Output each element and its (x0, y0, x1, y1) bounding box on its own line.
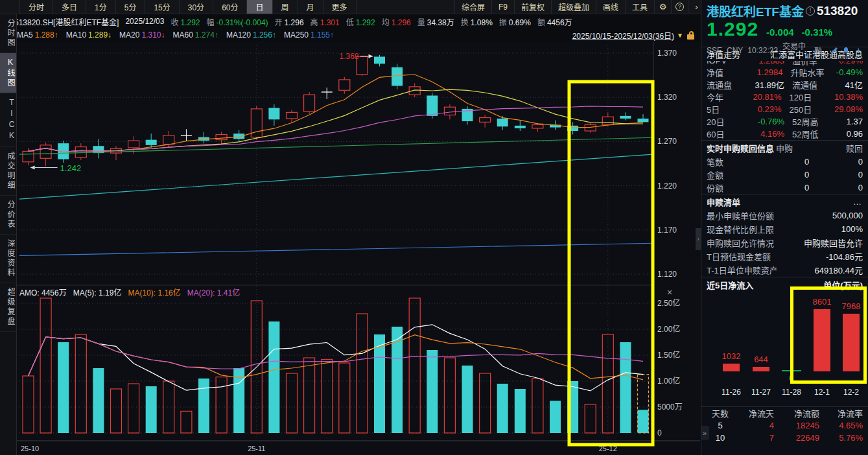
exchange-label: SSE (707, 46, 722, 55)
inflow-date-11-26: 11-26 (715, 388, 747, 397)
field-高: 高1.301 (311, 18, 340, 27)
field-收: 收1.292 (170, 18, 200, 27)
period-tab-8[interactable]: 周 (273, 0, 298, 14)
caret-down-icon[interactable]: ▼ (677, 32, 683, 39)
amo-ma5: MA(5): 1.19亿 (73, 286, 122, 298)
realtime-row-2: 份额00 (701, 181, 868, 194)
svg-text:1.50亿: 1.50亿 (657, 350, 680, 360)
currency-label: CNY (727, 46, 743, 55)
stat-row-2: 今年20.81% 120日10.38% (701, 91, 868, 103)
tool-3[interactable]: 超级叠加 (551, 0, 596, 14)
quote-side-panel: 港股红利ETF基金 ! 513820 1.292 -0.004 -0.31% S… (701, 0, 868, 455)
iopv-row-clipped: IOPV1.2883 溢价率0.29% (701, 61, 868, 66)
ma-MA20: MA201.310↓ (119, 30, 165, 40)
field-量: 量34.38万 (417, 18, 454, 27)
svg-text:1.220: 1.220 (657, 181, 677, 191)
ma-MA5: MA51.288↑ (17, 30, 58, 40)
redeem-row-2: 申购赎回允许情况申购赎回皆允许 (701, 236, 868, 250)
sidebar-item-3[interactable]: 成交明细 (0, 147, 16, 196)
realtime-rows: 笔数00金额00份额00 (701, 155, 868, 194)
help-icon[interactable]: ? (671, 0, 688, 14)
field-均: 均1.296 (382, 18, 411, 27)
period-tab-2[interactable]: 1分 (86, 0, 116, 14)
inflow-date-12-1: 12-1 (806, 388, 838, 397)
nav-section: 净值走势 汇添富中证港股通高股息 IOPV1.2883 溢价率0.29% 净值1… (701, 47, 868, 141)
quote-date: 2025/12/03 (125, 17, 164, 26)
period-tab-5[interactable]: 30分 (180, 0, 213, 14)
period-tab-1[interactable]: 多日 (53, 0, 86, 14)
kline-chart-region[interactable]: 1.3701.3201.2701.2201.1701.1202.50亿2.00亿… (17, 41, 701, 455)
svg-text:1.270: 1.270 (657, 137, 677, 146)
sidebar-item-0[interactable]: 分时图 (0, 14, 16, 53)
add-watchlist-icon[interactable]: + (854, 46, 863, 55)
fund-stats-rows: 净值1.2984 升贴水率-0.49% 流通盘31.89亿 流通值41亿 今年2… (701, 66, 868, 140)
sidebar-item-6[interactable]: 超级复盘 (0, 283, 16, 332)
expand-handle[interactable]: » (701, 426, 709, 439)
tool-4[interactable]: 画线 (596, 0, 625, 14)
tool-1[interactable]: F9 (491, 0, 514, 14)
stat-row-3: 5日0.23% 250日29.08% (701, 103, 868, 115)
sidebar-item-1[interactable]: K线图 (0, 53, 16, 93)
fund-header: 港股红利ETF基金 ! 513820 1.292 -0.004 -0.31% S… (701, 0, 868, 47)
svg-text:1.370: 1.370 (657, 49, 677, 58)
period-tab-0[interactable]: 分时 (19, 0, 53, 14)
stat-row-4: 20日-0.76% 52周高1.37 (701, 115, 868, 128)
svg-text:2.00亿: 2.00亿 (657, 324, 680, 334)
redeem-row-4: T-1日单位申赎资产649180.44元 (701, 263, 868, 277)
period-tab-4[interactable]: 15分 (145, 0, 179, 14)
price-change: -0.004 (766, 27, 794, 38)
svg-text:2.50亿: 2.50亿 (657, 298, 680, 308)
sidebar-item-4[interactable]: 分价表 (0, 196, 16, 235)
left-view-sidebar: 分时图K线图TICK成交明细分价表深度资料超级复盘 (0, 14, 17, 455)
field-低: 低1.292 (346, 18, 375, 27)
amo-indicator-bar: AMO: 4456万 MA(5): 1.19亿 MA(10): 1.16亿 MA… (19, 286, 246, 298)
field-幅: 幅-0.31%(-0.004) (207, 18, 268, 27)
kline-volume-chart[interactable]: 1.3701.3201.2701.2201.1701.1202.50亿2.00亿… (17, 41, 701, 455)
amo-ma20: MA(20): 1.41亿 (187, 286, 240, 298)
quote-fields: 收1.292幅-0.31%(-0.004)开1.296高1.301低1.292均… (170, 16, 578, 27)
ma-values: MA51.288↑MA101.289↓MA201.310↓MA601.274↑M… (17, 30, 342, 40)
redeem-row-3: T日预估现金差额-104.86元 (701, 250, 868, 263)
alert-bell-icon[interactable] (842, 46, 851, 55)
more-icon[interactable]: … (853, 197, 863, 207)
realtime-row-0: 笔数00 (701, 155, 868, 168)
period-tab-3[interactable]: 5分 (116, 0, 146, 14)
field-开: 开1.296 (275, 18, 304, 27)
svg-text:1.170: 1.170 (657, 226, 677, 235)
tool-2[interactable]: 前复权 (514, 0, 551, 14)
quote-info-bar: 513820.SH[港股红利ETF基金] 2025/12/03 收1.292幅-… (14, 14, 700, 29)
tool-0[interactable]: 综合屏 (454, 0, 491, 14)
margin-flag: 融 (814, 45, 822, 56)
date-range-selector[interactable]: 2025/10/15-2025/12/03(36日) ▼ (572, 30, 695, 41)
inflow-date-11-28: 11-28 (775, 388, 808, 397)
period-tab-7[interactable]: 日 (247, 0, 272, 14)
unlock-icon[interactable] (687, 31, 695, 40)
sidebar-item-2[interactable]: TICK (0, 93, 16, 147)
svg-text:1.320: 1.320 (657, 93, 677, 102)
period-tab-9[interactable]: 月 (298, 0, 323, 14)
last-price: 1.292 (707, 18, 758, 40)
close-icon[interactable]: × (664, 288, 675, 298)
sidebar-item-5[interactable]: 深度资料 (0, 235, 16, 283)
tool-5[interactable]: 工具 (625, 0, 654, 14)
inflow-table-row-0: 54182454.65% (701, 419, 868, 432)
period-tab-6[interactable]: 60分 (213, 0, 247, 14)
gear-icon[interactable]: ⚙ (654, 0, 671, 14)
panel-collapse-handle[interactable]: › (696, 228, 701, 250)
realtime-row-1: 金额00 (701, 168, 868, 181)
svg-text:25-11: 25-11 (248, 445, 265, 452)
date-range-label[interactable]: 2025/10/15-2025/12/03(36日) (572, 30, 674, 41)
inflow-date-12-2: 12-2 (835, 388, 867, 397)
amo-value: AMO: 4456万 (19, 286, 67, 298)
inflow-title: 近5日净流入 (707, 279, 753, 291)
period-tab-10[interactable]: 更多 (323, 0, 357, 14)
redeem-row-1: 现金替代比例上限100% (701, 222, 868, 236)
net-inflow-chart-section: 近5日净流入 单位(万元) 103211-2664411-27011-28860… (701, 277, 868, 407)
svg-text:1.368: 1.368 (339, 52, 358, 61)
edit-icon[interactable] (830, 46, 839, 55)
fund-code: 513820 (817, 4, 858, 18)
stat-row-0: 净值1.2984 升贴水率-0.49% (701, 66, 868, 78)
redeem-col-header: 赎回 (821, 142, 863, 154)
realtime-title: 实时申购赎回信息 (707, 142, 776, 154)
info-icon[interactable]: ! (806, 6, 815, 16)
